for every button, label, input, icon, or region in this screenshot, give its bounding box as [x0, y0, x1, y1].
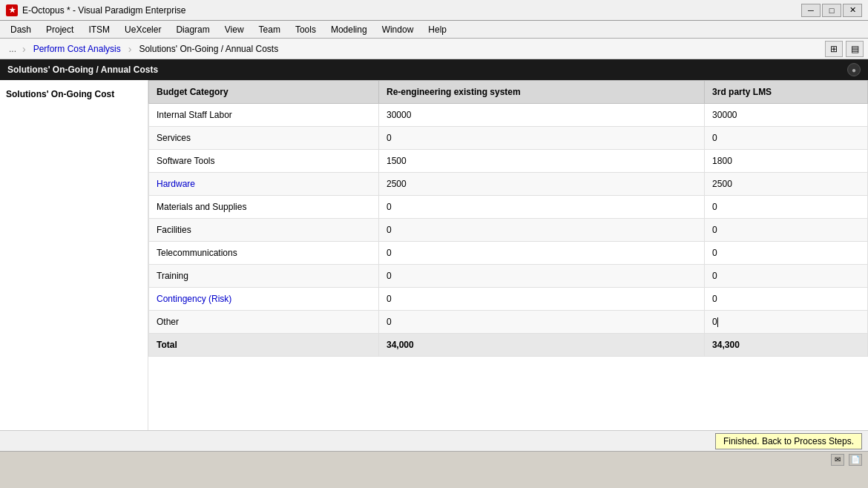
table-row: Facilities00: [149, 219, 868, 242]
cell-col1[interactable]: 0: [378, 288, 704, 311]
cell-col2[interactable]: 30000: [705, 104, 868, 127]
breadcrumb-perform-cost[interactable]: Perform Cost Analysis: [27, 42, 127, 56]
cell-category[interactable]: Other: [149, 311, 379, 334]
table-row: Hardware25002500: [149, 173, 868, 196]
cell-category[interactable]: Contingency (Risk): [149, 288, 379, 311]
cell-col2[interactable]: 0: [705, 242, 868, 265]
menu-tools[interactable]: Tools: [288, 23, 323, 36]
close-button[interactable]: ✕: [843, 4, 862, 17]
sidebar-label: Solutions' On-Going Cost: [6, 89, 114, 99]
menu-project[interactable]: Project: [39, 23, 81, 36]
breadcrumb-ongoing-costs[interactable]: Solutions' On-Going / Annual Costs: [133, 42, 284, 56]
cell-col1[interactable]: 0: [378, 311, 704, 334]
cell-category[interactable]: Hardware: [149, 173, 379, 196]
col-budget-category: Budget Category: [149, 81, 379, 104]
title-bar-left: ★ E-Octopus * - Visual Paradigm Enterpri…: [6, 4, 186, 16]
title-bar-controls: ─ □ ✕: [801, 4, 862, 17]
menu-help[interactable]: Help: [421, 23, 454, 36]
cell-col2[interactable]: 0: [705, 265, 868, 288]
cell-col2[interactable]: 0: [705, 219, 868, 242]
table-row: Telecommunications00: [149, 242, 868, 265]
menu-uexceler[interactable]: UeXceler: [117, 23, 168, 36]
cell-category[interactable]: Services: [149, 127, 379, 150]
cell-col2[interactable]: 2500: [705, 173, 868, 196]
footer-bar: ✉ 📄: [0, 451, 868, 467]
menu-bar: Dash Project ITSM UeXceler Diagram View …: [0, 21, 868, 39]
cell-col1[interactable]: 30000: [378, 104, 704, 127]
breadcrumb-panel-icon[interactable]: ▤: [846, 41, 864, 57]
cell-category[interactable]: Facilities: [149, 219, 379, 242]
app-icon: ★: [6, 4, 18, 16]
menu-dash[interactable]: Dash: [3, 23, 39, 36]
menu-team[interactable]: Team: [251, 23, 288, 36]
cell-category[interactable]: Telecommunications: [149, 242, 379, 265]
cell-col2[interactable]: 0: [705, 127, 868, 150]
breadcrumb-dots[interactable]: ...: [4, 42, 21, 56]
table-row: Other00: [149, 311, 868, 334]
cell-category[interactable]: Software Tools: [149, 150, 379, 173]
table-row: Software Tools15001800: [149, 150, 868, 173]
footer-email-icon[interactable]: ✉: [831, 454, 844, 466]
menu-window[interactable]: Window: [375, 23, 421, 36]
cell-col2[interactable]: 0: [705, 311, 868, 334]
panel-collapse-button[interactable]: ●: [847, 63, 861, 76]
menu-view[interactable]: View: [217, 23, 251, 36]
breadcrumb-left: ... › Perform Cost Analysis › Solutions'…: [4, 42, 284, 56]
col-3rd-party-lms: 3rd party LMS: [705, 81, 868, 104]
table-body: Internal Staff Labor3000030000Services00…: [149, 104, 868, 357]
breadcrumb-arrow-1: ›: [22, 43, 26, 55]
table-row: Contingency (Risk)00: [149, 288, 868, 311]
cell-col1[interactable]: 0: [378, 265, 704, 288]
panel-title: Solutions' On-Going / Annual Costs: [7, 65, 158, 75]
maximize-button[interactable]: □: [822, 4, 841, 17]
table-area: Budget Category Re-engineering existing …: [148, 80, 868, 430]
cell-col1[interactable]: 0: [378, 219, 704, 242]
cell-category[interactable]: Materials and Supplies: [149, 196, 379, 219]
cell-col1[interactable]: 0: [378, 242, 704, 265]
menu-itsm[interactable]: ITSM: [81, 23, 117, 36]
cell-col2[interactable]: 0: [705, 196, 868, 219]
cell-col2[interactable]: 1800: [705, 150, 868, 173]
cell-col1[interactable]: 2500: [378, 173, 704, 196]
breadcrumb-bar: ... › Perform Cost Analysis › Solutions'…: [0, 39, 868, 59]
table-row: Materials and Supplies00: [149, 196, 868, 219]
breadcrumb-arrow-2: ›: [128, 43, 132, 55]
minimize-button[interactable]: ─: [801, 4, 821, 17]
panel-header: Solutions' On-Going / Annual Costs ●: [0, 59, 868, 80]
cost-table: Budget Category Re-engineering existing …: [148, 80, 868, 357]
left-sidebar: Solutions' On-Going Cost: [0, 80, 148, 430]
window-title: E-Octopus * - Visual Paradigm Enterprise: [22, 5, 186, 16]
cell-total-label: Total: [149, 334, 379, 357]
breadcrumb-grid-icon[interactable]: ⊞: [825, 41, 843, 57]
bottom-bar: Finished. Back to Process Steps.: [0, 430, 868, 451]
table-row: Training00: [149, 265, 868, 288]
cell-col2[interactable]: 0: [705, 288, 868, 311]
col-re-engineering: Re-engineering existing system: [378, 81, 704, 104]
cell-total-col1: 34,000: [378, 334, 704, 357]
menu-modeling[interactable]: Modeling: [323, 23, 375, 36]
cell-category[interactable]: Internal Staff Labor: [149, 104, 379, 127]
cell-col1[interactable]: 1500: [378, 150, 704, 173]
cell-category[interactable]: Training: [149, 265, 379, 288]
table-row: Internal Staff Labor3000030000: [149, 104, 868, 127]
footer-doc-icon[interactable]: 📄: [849, 454, 862, 466]
cell-col1[interactable]: 0: [378, 127, 704, 150]
main-content: Solutions' On-Going Cost Budget Category…: [0, 80, 868, 430]
cell-total-col2: 34,300: [705, 334, 868, 357]
menu-diagram[interactable]: Diagram: [168, 23, 217, 36]
table-total-row: Total34,00034,300: [149, 334, 868, 357]
title-bar: ★ E-Octopus * - Visual Paradigm Enterpri…: [0, 0, 868, 21]
breadcrumb-right: ⊞ ▤: [825, 41, 864, 57]
finished-button[interactable]: Finished. Back to Process Steps.: [715, 433, 862, 449]
table-row: Services00: [149, 127, 868, 150]
table-header-row: Budget Category Re-engineering existing …: [149, 81, 868, 104]
cell-col1[interactable]: 0: [378, 196, 704, 219]
